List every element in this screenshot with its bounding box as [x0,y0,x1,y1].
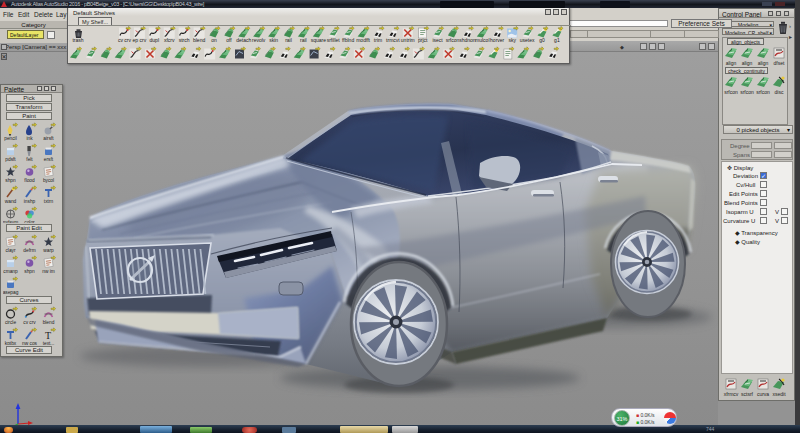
svg-text:rail: rail [300,37,307,43]
svg-text:srfcon: srfcon [724,89,738,95]
svg-text:horver: horver [490,37,505,43]
svg-text:g0: g0 [539,37,545,43]
svg-text:mdsym: mdsym [3,220,18,223]
svg-text:srfcon: srfcon [756,89,770,95]
svg-text:asepag: asepag [3,290,19,295]
svg-text:sky: sky [508,37,516,43]
svg-text:square: square [311,37,327,43]
svg-text:g1: g1 [554,37,560,43]
svg-text:cv crv: cv crv [118,37,132,43]
svg-text:on: on [211,37,217,43]
svg-text:srfillet: srfillet [327,37,341,43]
svg-text:cv crv: cv crv [23,320,36,325]
svg-text:cmanp: cmanp [3,269,18,274]
svg-text:blend: blend [193,37,205,43]
svg-text:circle: circle [5,320,17,325]
svg-text:revolv: revolv [252,37,266,43]
svg-text:ink: ink [26,136,33,141]
svg-text:kptbx: kptbx [5,341,17,345]
svg-text:nw cos: nw cos [22,341,38,345]
svg-text:srfcon: srfcon [740,89,754,95]
svg-text:wand: wand [5,199,17,204]
svg-text:skin: skin [269,37,278,43]
svg-text:pencil: pencil [4,136,17,141]
svg-text:disc: disc [775,89,784,95]
svg-text:detach: detach [236,37,251,43]
svg-text:flood: flood [24,178,35,183]
svg-text:defrm: defrm [23,248,35,253]
svg-text:clayr: clayr [5,248,16,253]
svg-text:shdnon: shdnon [459,37,476,43]
svg-text:align: align [726,60,737,66]
svg-text:blend: blend [43,320,55,325]
svg-text:shpn: shpn [5,178,16,183]
svg-text:warp: warp [43,248,54,253]
svg-text:ep crv: ep crv [133,37,147,43]
svg-text:untrim: untrim [401,37,415,43]
svg-text:xfcrv: xfcrv [164,37,175,43]
svg-text:srfcon: srfcon [446,37,460,43]
svg-text:text...: text... [43,341,55,345]
svg-text:align: align [742,60,753,66]
svg-text:airsft: airsft [43,136,54,141]
svg-text:isect: isect [432,37,443,43]
svg-text:trash: trash [72,37,83,43]
svg-text:usetex: usetex [520,37,535,43]
svg-text:off: off [226,37,232,43]
svg-text:txtrn: txtrn [44,199,54,204]
svg-text:inshp: inshp [24,199,36,204]
svg-text:dfset: dfset [774,60,785,66]
svg-text:strch: strch [179,37,190,43]
svg-text:felt: felt [26,157,33,162]
svg-text:xfrmcv: xfrmcv [724,391,739,397]
svg-text:xsedit: xsedit [772,391,786,397]
svg-text:mulcol: mulcol [475,37,489,43]
svg-text:nw im: nw im [42,269,55,274]
svg-text:ffblnd: ffblnd [342,37,354,43]
svg-text:color: color [24,220,35,223]
svg-text:prjct: prjct [418,37,428,43]
svg-text:rail: rail [285,37,292,43]
svg-text:align: align [758,60,769,66]
svg-text:bycol: bycol [43,178,54,183]
svg-text:ersft: ersft [44,157,54,162]
svg-text:modfft: modfft [356,37,370,43]
svg-text:trim: trim [374,37,382,43]
svg-text:dupl: dupl [150,37,159,43]
svg-text:sctsrf: sctsrf [741,391,754,397]
svg-text:shpn: shpn [24,269,35,274]
svg-text:curva: curva [757,391,769,397]
svg-text:pdsft: pdsft [5,157,16,162]
svg-text:trmcvt: trmcvt [386,37,400,43]
